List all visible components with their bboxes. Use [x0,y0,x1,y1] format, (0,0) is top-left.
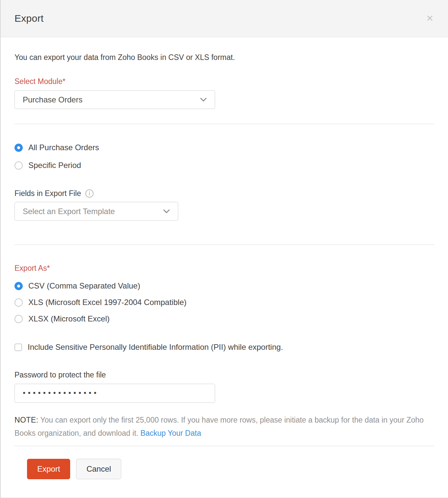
export-dialog: Export ✕ You can export your data from Z… [1,0,448,498]
dialog-actions: Export Cancel [14,459,434,479]
radio-option-xls[interactable]: XLS (Microsoft Excel 1997-2004 Compatibl… [14,298,434,307]
note-text: NOTE: You can export only the first 25,0… [14,413,434,440]
select-module-label: Select Module* [14,77,434,86]
scope-radio-group: All Purchase Orders Specific Period [14,143,434,170]
divider [14,446,434,446]
radio-unselected-icon [14,315,23,323]
checkbox-unchecked-icon [14,344,22,351]
radio-option-all-purchase-orders[interactable]: All Purchase Orders [14,143,434,152]
note-body: You can export only the first 25,000 row… [14,416,424,437]
intro-text: You can export your data from Zoho Books… [14,53,434,62]
password-label: Password to protect the file [14,371,434,379]
chevron-down-icon [200,97,207,102]
export-template-select[interactable]: Select an Export Template [14,202,178,221]
radio-label: XLSX (Microsoft Excel) [28,314,110,323]
close-icon[interactable]: ✕ [426,14,434,23]
pii-checkbox-label: Include Sensitive Personally Identifiabl… [28,343,283,352]
fields-in-export-file-label: Fields in Export File [14,189,81,198]
note-prefix: NOTE: [14,416,38,424]
divider [14,244,434,245]
backup-your-data-link[interactable]: Backup Your Data [140,429,201,437]
radio-selected-icon [14,282,23,290]
export-as-label: Export As* [14,264,434,273]
radio-unselected-icon [14,298,23,307]
cancel-button[interactable]: Cancel [76,459,121,479]
dialog-body: You can export your data from Zoho Books… [1,53,448,498]
radio-label: XLS (Microsoft Excel 1997-2004 Compatibl… [28,298,186,307]
format-radio-group: CSV (Comma Separated Value) XLS (Microso… [14,281,434,323]
radio-label: All Purchase Orders [28,143,99,152]
dialog-header: Export ✕ [1,0,448,37]
export-button[interactable]: Export [27,459,70,479]
export-template-placeholder: Select an Export Template [23,207,115,216]
radio-label: CSV (Comma Separated Value) [28,281,140,290]
password-input[interactable] [14,384,215,403]
radio-unselected-icon [14,161,23,170]
module-select[interactable]: Purchase Orders [14,90,215,109]
divider [14,124,434,124]
radio-option-specific-period[interactable]: Specific Period [14,161,434,170]
module-select-value: Purchase Orders [23,95,82,104]
fields-in-export-file-row: Fields in Export File i [14,189,434,198]
dialog-title: Export [14,13,44,24]
radio-option-xlsx[interactable]: XLSX (Microsoft Excel) [14,314,434,323]
info-icon[interactable]: i [85,189,94,198]
chevron-down-icon [163,209,170,213]
radio-label: Specific Period [28,161,81,170]
pii-checkbox-row[interactable]: Include Sensitive Personally Identifiabl… [14,343,434,352]
radio-option-csv[interactable]: CSV (Comma Separated Value) [14,281,434,290]
radio-selected-icon [14,144,23,152]
